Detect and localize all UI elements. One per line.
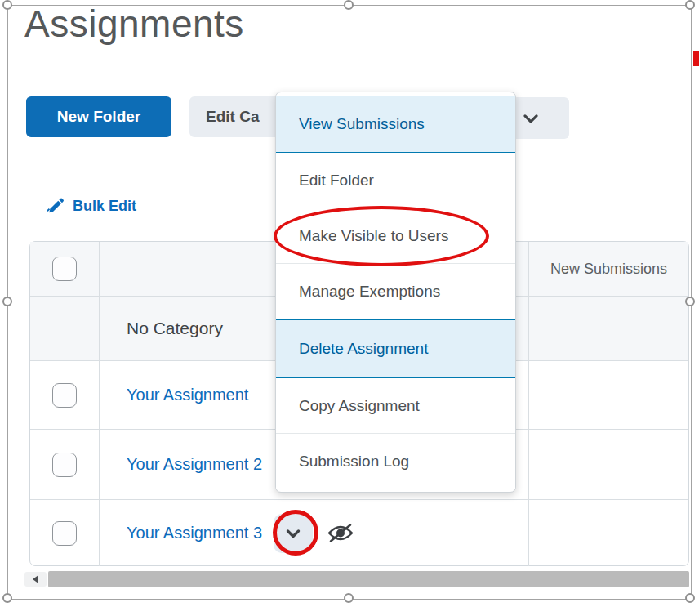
selection-handle-bottom-right[interactable] — [685, 593, 695, 603]
menu-item-copy-assignment[interactable]: Copy Assignment — [276, 378, 515, 434]
row-checkbox[interactable] — [52, 521, 77, 546]
assignment-link-2[interactable]: Your Assignment 2 — [127, 455, 262, 474]
selection-handle-top-center[interactable] — [344, 0, 354, 10]
horizontal-scrollbar — [24, 571, 689, 587]
row-checkbox[interactable] — [52, 383, 77, 408]
menu-item-make-visible-to-users[interactable]: Make Visible to Users — [276, 208, 515, 264]
row-checkbox[interactable] — [52, 453, 77, 477]
chevron-down-icon — [283, 524, 303, 543]
chevron-down-icon — [520, 108, 541, 129]
context-menu: View Submissions Edit Folder Make Visibl… — [275, 92, 516, 493]
pencil-icon — [45, 196, 65, 216]
page-title: Assignments — [24, 2, 244, 46]
selection-handle-top-left[interactable] — [2, 0, 12, 10]
menu-item-manage-exemptions[interactable]: Manage Exemptions — [276, 264, 515, 319]
selection-handle-mid-left[interactable] — [2, 297, 12, 306]
assignment-link-3[interactable]: Your Assignment 3 — [127, 524, 262, 542]
bulk-edit-label: Bulk Edit — [73, 198, 136, 215]
menu-item-edit-folder[interactable]: Edit Folder — [276, 153, 515, 208]
row-context-menu-button[interactable] — [274, 514, 313, 553]
bulk-edit-link[interactable]: Bulk Edit — [45, 196, 136, 216]
selection-handle-top-right[interactable] — [685, 0, 695, 10]
column-header-new-submissions: New Submissions — [529, 242, 688, 296]
triangle-left-icon — [33, 575, 38, 583]
eye-slash-icon — [327, 522, 354, 544]
table-row-assignment-3: Your Assignment 3 — [30, 500, 688, 566]
selection-handle-bottom-left[interactable] — [2, 593, 12, 603]
selection-handle-bottom-center[interactable] — [344, 593, 354, 603]
new-folder-button[interactable]: New Folder — [26, 96, 171, 137]
red-edge-marker — [693, 51, 699, 66]
select-all-checkbox[interactable] — [52, 257, 77, 281]
scrollbar-thumb[interactable] — [48, 571, 689, 587]
screenshot-canvas: Assignments New Folder Edit Ca Bulk Edit… — [0, 0, 699, 616]
selection-handle-mid-right[interactable] — [685, 297, 695, 306]
scroll-left-button[interactable] — [24, 572, 47, 587]
menu-item-delete-assignment[interactable]: Delete Assignment — [276, 319, 515, 378]
menu-item-view-submissions[interactable]: View Submissions — [276, 96, 515, 153]
menu-item-submission-log[interactable]: Submission Log — [276, 434, 515, 489]
assignment-link-1[interactable]: Your Assignment — [127, 386, 248, 404]
